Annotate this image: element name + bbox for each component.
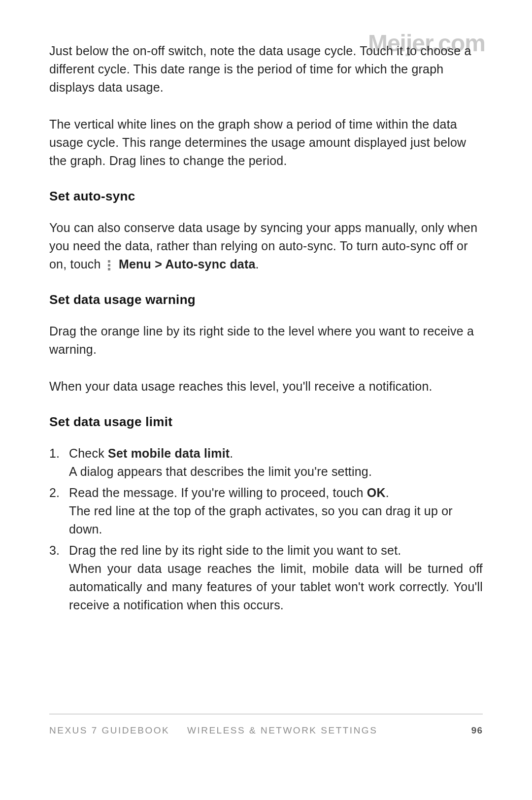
heading-auto-sync: Set auto-sync: [49, 189, 483, 204]
intro-paragraph-1: Just below the on-off switch, note the d…: [49, 42, 483, 97]
heading-data-limit: Set data usage limit: [49, 414, 483, 430]
autosync-menu-path: Menu > Auto-sync data: [119, 257, 256, 271]
step-body: When your data usage reaches the limit, …: [69, 560, 483, 614]
list-item: Check Set mobile data limit. A dialog ap…: [49, 444, 483, 481]
heading-data-warning: Set data usage warning: [49, 292, 483, 307]
step-lead: Read the message. If you're willing to p…: [69, 486, 367, 500]
warning-paragraph-1: Drag the orange line by its right side t…: [49, 322, 483, 359]
autosync-period: .: [256, 257, 259, 271]
step-lead: Check: [69, 446, 108, 460]
footer-book-title: NEXUS 7 GUIDEBOOK: [49, 725, 172, 736]
page-content: Just below the on-off switch, note the d…: [0, 0, 532, 614]
autosync-text-before: You can also conserve data usage by sync…: [49, 221, 477, 271]
step-body: A dialog appears that describes the limi…: [69, 463, 483, 481]
limit-steps-list: Check Set mobile data limit. A dialog ap…: [49, 444, 483, 614]
autosync-paragraph: You can also conserve data usage by sync…: [49, 219, 483, 273]
step-after-bold: .: [230, 446, 233, 460]
footer-section-title: WIRELESS & NETWORK SETTINGS: [172, 725, 471, 736]
list-item: Drag the red line by its right side to t…: [49, 541, 483, 614]
list-item: Read the message. If you're willing to p…: [49, 484, 483, 538]
step-bold: Set mobile data limit: [108, 446, 230, 460]
warning-paragraph-2: When your data usage reaches this level,…: [49, 377, 483, 396]
step-after-bold: .: [386, 486, 389, 500]
step-body: The red line at the top of the graph act…: [69, 502, 483, 538]
footer-page-number: 96: [471, 725, 483, 736]
step-bold: OK: [367, 486, 386, 500]
step-lead: Drag the red line by its right side to t…: [69, 543, 401, 557]
page-footer: NEXUS 7 GUIDEBOOK WIRELESS & NETWORK SET…: [49, 714, 483, 736]
overflow-menu-icon: [106, 259, 112, 269]
intro-paragraph-2: The vertical white lines on the graph sh…: [49, 115, 483, 170]
